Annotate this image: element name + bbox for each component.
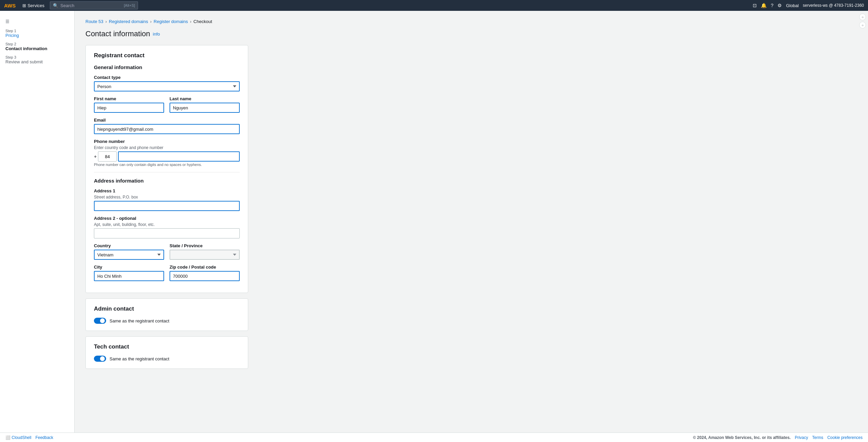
country-select[interactable]: Vietnam United States United Kingdom Can… <box>94 250 164 260</box>
email-label: Email <box>94 118 240 123</box>
aws-logo: AWS <box>4 3 16 8</box>
services-menu[interactable]: ⊞ Services <box>20 2 47 9</box>
admin-toggle[interactable] <box>94 318 106 324</box>
registrant-contact-card: Registrant contact General information C… <box>85 45 248 293</box>
zip-group: Zip code / Postal code <box>170 265 240 281</box>
phone-code-input[interactable] <box>98 151 117 162</box>
state-select <box>170 250 240 260</box>
bell-icon[interactable]: 🔔 <box>761 3 767 8</box>
phone-row: + <box>94 151 240 162</box>
city-input[interactable] <box>94 271 164 281</box>
tech-toggle-row: Same as the registrant contact <box>94 356 240 362</box>
contact-type-select[interactable]: Person Company Association Public Body R… <box>94 81 240 91</box>
main-content: Route 53 › Registered domains › Register… <box>75 11 868 433</box>
sidebar-item-step3: Step 3 Review and submit <box>0 53 74 66</box>
first-name-label: First name <box>94 96 164 101</box>
phone-sublabel: Enter country code and phone number <box>94 145 240 150</box>
page-title: Contact information <box>85 29 150 38</box>
tech-contact-card: Tech contact Same as the registrant cont… <box>85 336 248 369</box>
help-icon[interactable]: ? <box>771 3 773 8</box>
info-link[interactable]: info <box>153 31 160 37</box>
top-navigation: AWS ⊞ Services 🔍 [Alt+S] ⊡ 🔔 ? ⚙ Global … <box>0 0 868 11</box>
sidebar-item-step1: Step 1 Pricing <box>0 27 74 40</box>
step1-name[interactable]: Pricing <box>5 33 69 38</box>
step3-label: Step 3 <box>5 55 69 59</box>
tech-toggle-slider <box>94 356 106 362</box>
tray-icon[interactable]: ⊡ <box>753 3 757 8</box>
admin-contact-card: Admin contact Same as the registrant con… <box>85 298 248 331</box>
city-zip-row: City Zip code / Postal code <box>94 265 240 286</box>
address-section-title: Address information <box>94 178 240 184</box>
nav-right: ⊡ 🔔 ? ⚙ Global serverless-ws @ 4783-7191… <box>753 3 864 8</box>
name-row: First name Last name <box>94 96 240 118</box>
address2-label: Address 2 - optional <box>94 216 240 221</box>
admin-toggle-slider <box>94 318 106 324</box>
divider-1 <box>94 172 240 172</box>
address1-group: Address 1 Street address, P.O. box <box>94 188 240 211</box>
step3-name: Review and submit <box>5 59 69 64</box>
tech-toggle-label: Same as the registrant contact <box>110 356 169 361</box>
city-label: City <box>94 265 164 270</box>
breadcrumb-sep1: › <box>105 19 107 24</box>
tech-contact-title: Tech contact <box>94 343 240 350</box>
breadcrumb-sep2: › <box>150 19 152 24</box>
breadcrumb-registered-domains[interactable]: Registered domains <box>109 19 148 24</box>
phone-group: Phone number Enter country code and phon… <box>94 139 240 167</box>
zip-label: Zip code / Postal code <box>170 265 240 270</box>
hamburger-menu[interactable]: ☰ <box>0 16 74 27</box>
sidebar: ☰ Step 1 Pricing Step 2 Contact informat… <box>0 11 75 433</box>
breadcrumb-register-domains[interactable]: Register domains <box>154 19 188 24</box>
phone-plus-sign: + <box>94 154 97 159</box>
address2-group: Address 2 - optional Apt, suite, unit, b… <box>94 216 240 238</box>
search-input[interactable] <box>60 3 121 8</box>
country-state-row: Country Vietnam United States United Kin… <box>94 243 240 265</box>
search-shortcut: [Alt+S] <box>124 3 135 7</box>
search-icon: 🔍 <box>53 3 58 8</box>
admin-contact-title: Admin contact <box>94 306 240 312</box>
contact-type-label: Contact type <box>94 75 240 80</box>
step1-label: Step 1 <box>5 29 69 33</box>
search-bar[interactable]: 🔍 [Alt+S] <box>50 1 138 9</box>
right-side-icons: ○ ○ <box>857 11 868 31</box>
page-title-row: Contact information info <box>85 29 857 38</box>
phone-number-input[interactable] <box>118 151 240 162</box>
contact-type-group: Contact type Person Company Association … <box>94 75 240 91</box>
breadcrumb-route53[interactable]: Route 53 <box>85 19 103 24</box>
country-label: Country <box>94 243 164 248</box>
first-name-input[interactable] <box>94 103 164 113</box>
side-icon-top[interactable]: ○ <box>859 14 866 20</box>
last-name-label: Last name <box>170 96 240 101</box>
country-group: Country Vietnam United States United Kin… <box>94 243 164 260</box>
admin-toggle-label: Same as the registrant contact <box>110 318 169 323</box>
side-icon-bottom[interactable]: ○ <box>859 22 866 28</box>
address1-sublabel: Street address, P.O. box <box>94 195 240 199</box>
step2-label: Step 2 <box>5 42 69 46</box>
grid-icon: ⊞ <box>22 3 26 8</box>
breadcrumb: Route 53 › Registered domains › Register… <box>85 19 857 24</box>
first-name-group: First name <box>94 96 164 113</box>
address1-label: Address 1 <box>94 188 240 193</box>
city-group: City <box>94 265 164 281</box>
last-name-group: Last name <box>170 96 240 113</box>
address1-input[interactable] <box>94 201 240 211</box>
sidebar-item-step2: Step 2 Contact information <box>0 40 74 53</box>
email-input[interactable] <box>94 124 240 134</box>
address2-sublabel: Apt, suite, unit, building, floor, etc. <box>94 222 240 227</box>
services-label: Services <box>27 3 44 8</box>
phone-hint: Phone number can only contain digits and… <box>94 163 240 167</box>
admin-toggle-row: Same as the registrant contact <box>94 318 240 324</box>
region-selector[interactable]: Global <box>786 3 799 8</box>
email-group: Email <box>94 118 240 134</box>
gear-icon[interactable]: ⚙ <box>777 3 782 8</box>
last-name-input[interactable] <box>170 103 240 113</box>
tech-toggle[interactable] <box>94 356 106 362</box>
state-group: State / Province <box>170 243 240 260</box>
breadcrumb-current: Checkout <box>194 19 212 24</box>
zip-input[interactable] <box>170 271 240 281</box>
registrant-contact-title: Registrant contact <box>94 52 240 59</box>
state-label: State / Province <box>170 243 240 248</box>
account-menu[interactable]: serverless-ws @ 4783-7191-2360 <box>803 3 864 8</box>
address2-input[interactable] <box>94 228 240 238</box>
breadcrumb-sep3: › <box>190 19 191 24</box>
step2-name: Contact information <box>5 46 69 51</box>
